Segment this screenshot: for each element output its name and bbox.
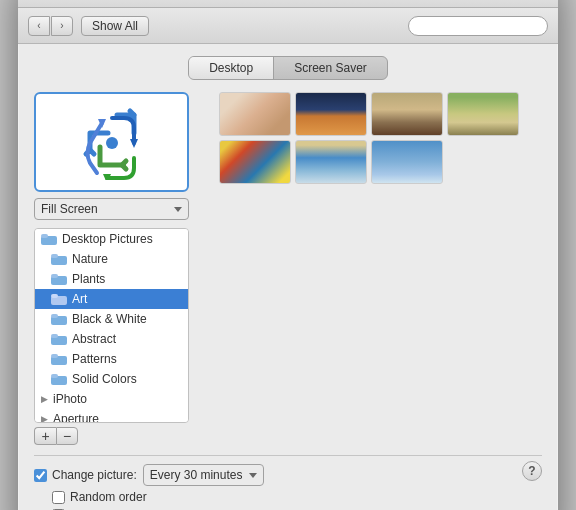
nav-buttons: ‹ › [28, 16, 73, 36]
change-picture-row: Change picture: Every 5 seconds Every 1 … [34, 464, 542, 486]
source-label: iPhoto [53, 392, 87, 406]
folder-icon [51, 333, 67, 345]
toolbar: ‹ › Show All [18, 8, 558, 44]
source-item-nature[interactable]: Nature [35, 249, 188, 269]
source-item-black-white[interactable]: Black & White [35, 309, 188, 329]
folder-icon [51, 373, 67, 385]
folder-icon [51, 313, 67, 325]
thumbnail-item[interactable] [295, 140, 367, 184]
source-item-plants[interactable]: Plants [35, 269, 188, 289]
change-picture-label[interactable]: Change picture: [34, 468, 137, 482]
interval-dropdown[interactable]: Every 5 seconds Every 1 minute Every 5 m… [143, 464, 264, 486]
svg-point-0 [106, 137, 118, 149]
main-window: Desktop & Screen Saver ‹ › Show All Desk… [18, 0, 558, 510]
svg-rect-17 [51, 354, 58, 358]
source-item-solid-colors[interactable]: Solid Colors [35, 369, 188, 389]
folder-icon [51, 253, 67, 265]
right-panel [219, 92, 542, 445]
svg-marker-1 [130, 139, 138, 148]
remove-button[interactable]: − [56, 427, 78, 445]
folder-icon [51, 353, 67, 365]
add-button[interactable]: + [34, 427, 56, 445]
thumbnail-item[interactable] [295, 92, 367, 136]
thumbnail-item[interactable] [447, 92, 519, 136]
random-order-label[interactable]: Random order [52, 490, 147, 504]
thumbnail-item[interactable] [371, 140, 443, 184]
back-button[interactable]: ‹ [28, 16, 50, 36]
svg-rect-15 [51, 334, 58, 338]
random-order-row: Random order [34, 490, 542, 504]
source-item-abstract[interactable]: Abstract [35, 329, 188, 349]
source-label: Black & White [72, 312, 147, 326]
source-item-aperture[interactable]: ▶ Aperture [35, 409, 188, 423]
random-order-checkbox[interactable] [52, 491, 65, 504]
fill-dropdown[interactable]: Fill Screen Fit to Screen Stretch to Fil… [34, 198, 189, 220]
bottom-bar: Change picture: Every 5 seconds Every 1 … [34, 455, 542, 510]
left-panel: Fill Screen Fit to Screen Stretch to Fil… [34, 92, 209, 445]
svg-rect-13 [51, 314, 58, 318]
source-item-patterns[interactable]: Patterns [35, 349, 188, 369]
source-label: Aperture [53, 412, 99, 423]
source-label: Nature [72, 252, 108, 266]
main-panel: Fill Screen Fit to Screen Stretch to Fil… [34, 92, 542, 445]
source-label: Desktop Pictures [62, 232, 153, 246]
add-remove-bar: + − [34, 427, 209, 445]
svg-rect-5 [41, 234, 48, 238]
titlebar: Desktop & Screen Saver [18, 0, 558, 8]
change-picture-checkbox[interactable] [34, 469, 47, 482]
help-button[interactable]: ? [522, 461, 542, 481]
forward-button[interactable]: › [51, 16, 73, 36]
thumbnail-grid [219, 92, 542, 184]
source-label: Abstract [72, 332, 116, 346]
svg-rect-9 [51, 274, 58, 278]
folder-icon [51, 273, 67, 285]
source-item-iphoto[interactable]: ▶ iPhoto [35, 389, 188, 409]
thumbnail-item[interactable] [219, 92, 291, 136]
thumbnail-item[interactable] [219, 140, 291, 184]
svg-rect-11 [51, 294, 58, 298]
folder-icon [51, 293, 67, 305]
show-all-button[interactable]: Show All [81, 16, 149, 36]
folder-icon [41, 233, 57, 245]
source-label: Art [72, 292, 87, 306]
thumbnail-item[interactable] [371, 92, 443, 136]
source-label: Patterns [72, 352, 117, 366]
source-list: Desktop Pictures Nature Plants Art [34, 228, 189, 423]
tab-screensaver[interactable]: Screen Saver [274, 57, 387, 79]
tab-desktop[interactable]: Desktop [189, 57, 274, 79]
preview-box [34, 92, 189, 192]
source-item-art[interactable]: Art [35, 289, 188, 309]
svg-rect-19 [51, 374, 58, 378]
tabs-container: Desktop Screen Saver [34, 56, 542, 80]
content-area: Desktop Screen Saver [18, 44, 558, 510]
source-label: Plants [72, 272, 105, 286]
preview-icon [72, 105, 152, 180]
tabs: Desktop Screen Saver [188, 56, 388, 80]
search-input[interactable] [408, 16, 548, 36]
svg-rect-7 [51, 254, 58, 258]
source-label: Solid Colors [72, 372, 137, 386]
source-item-desktop-pictures[interactable]: Desktop Pictures [35, 229, 188, 249]
